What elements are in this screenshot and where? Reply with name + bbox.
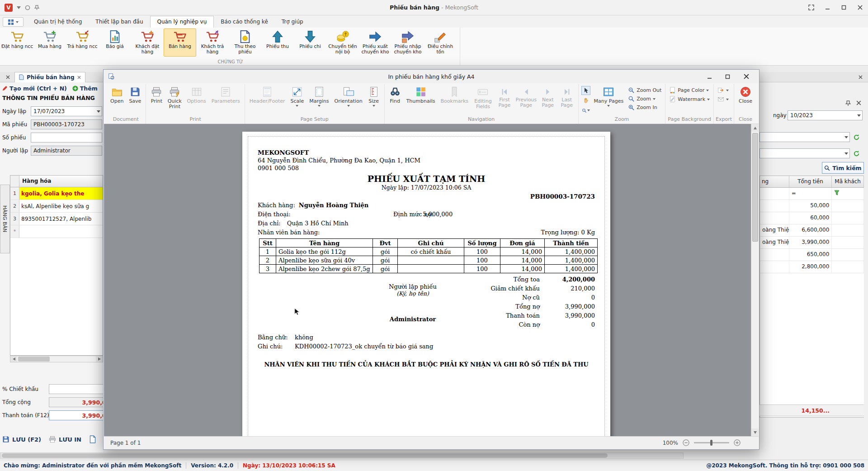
maximize-button[interactable] — [840, 4, 847, 11]
khach-tra-hang-button[interactable]: Khách trả hàng — [196, 29, 229, 57]
header-footer-button[interactable]: Header/Footer — [247, 85, 288, 105]
search-filter-combo-1[interactable] — [760, 132, 850, 142]
ribbon-launcher-button[interactable] — [3, 17, 24, 27]
open-button[interactable]: Open — [108, 85, 126, 105]
margins-button[interactable]: Margins — [307, 85, 331, 108]
bao-gia-button[interactable]: Báo giá — [99, 29, 131, 57]
scroll-down-icon[interactable] — [751, 428, 759, 436]
grid-horizontal-scrollbar[interactable] — [10, 356, 103, 362]
save-print-button[interactable]: LƯU IN — [48, 435, 81, 443]
zoom-button[interactable]: Zoom — [628, 95, 661, 102]
filter-cell[interactable] — [832, 188, 864, 200]
editing-fields-button[interactable]: Editing Fields — [471, 85, 495, 111]
tab-bao-cao-thong-ke[interactable]: Báo cáo thống kê — [214, 16, 274, 28]
table-row[interactable]: oàng Thiện6,600,000 — [760, 224, 864, 237]
close-preview-button[interactable]: Close — [736, 85, 755, 105]
search-filter-combo-2[interactable] — [760, 148, 850, 158]
pin-icon[interactable] — [845, 100, 851, 106]
minimize-button[interactable] — [824, 4, 831, 11]
zoom-out-icon[interactable] — [683, 439, 689, 446]
hand-tool-button[interactable] — [581, 96, 590, 105]
record-icon[interactable] — [25, 5, 30, 10]
dat-hang-ncc-button[interactable]: Đặt hàng ncc — [1, 29, 33, 57]
find-button[interactable]: Find — [387, 85, 404, 105]
search-date-combo[interactable]: 10/2023 — [788, 110, 863, 120]
refresh-icon[interactable] — [852, 149, 861, 158]
thumbnails-button[interactable]: Thumbnails — [404, 85, 438, 105]
size-button[interactable]: Size — [365, 85, 382, 108]
scroll-left-icon[interactable] — [10, 356, 17, 362]
filter-row[interactable]: = — [760, 188, 864, 200]
filter-operator[interactable]: = — [789, 188, 832, 200]
watermark-button[interactable]: Watermark — [669, 96, 710, 103]
fullscreen-icon[interactable] — [807, 4, 815, 11]
table-row-new[interactable]: * — [10, 225, 103, 238]
scrollbar-thumb[interactable] — [2, 453, 608, 458]
many-pages-button[interactable]: Many Pages — [591, 85, 627, 108]
extra-button[interactable] — [89, 435, 97, 443]
export-document-button[interactable] — [717, 87, 729, 94]
thu-theo-phieu-button[interactable]: Thu theo phiếu — [229, 29, 261, 57]
last-page-button[interactable]: Last Page — [557, 85, 576, 109]
column-header[interactable]: Mã khách — [832, 176, 864, 187]
phieu-chi-button[interactable]: Phiếu chi — [294, 29, 326, 57]
khach-dat-hang-button[interactable]: Khách đặt hàng — [131, 29, 164, 57]
scrollbar-thumb[interactable] — [752, 133, 758, 242]
document-number-field[interactable] — [31, 133, 102, 143]
parameters-button[interactable]: Parameters — [209, 85, 243, 105]
side-tab-hang-ban[interactable]: HÀNG BÁN — [0, 185, 10, 253]
close-icon[interactable] — [856, 100, 861, 105]
bookmarks-button[interactable]: Bookmarks — [438, 85, 471, 105]
search-button[interactable]: Tìm kiếm — [822, 162, 864, 174]
column-header[interactable]: Tổng tiền — [789, 176, 832, 187]
table-row[interactable]: 650,000 — [760, 249, 864, 261]
table-row[interactable]: 2,800,000 — [760, 261, 864, 273]
tab-phieu-ban-hang[interactable]: Phiếu bán hàng — [14, 72, 85, 82]
print-button[interactable]: Print — [148, 85, 165, 105]
dialog-minimize-button[interactable] — [706, 73, 713, 80]
table-row[interactable]: 60,000 — [760, 212, 864, 224]
preview-vertical-scrollbar[interactable] — [751, 124, 759, 436]
table-row[interactable]: 50,000 — [760, 200, 864, 212]
refresh-icon[interactable] — [852, 133, 861, 142]
creator-field[interactable]: Administrator — [31, 146, 102, 156]
scale-button[interactable]: Scale — [288, 85, 307, 108]
quick-print-button[interactable]: Quick Print — [165, 85, 184, 111]
tab-quan-ly-nghiep-vu[interactable]: Quản lý nghiệp vụ — [150, 16, 214, 28]
tab-quan-tri-he-thong[interactable]: Quản trị hệ thống — [27, 16, 89, 28]
table-row[interactable]: 1 kgolia, Golia kẹo the — [10, 187, 103, 200]
chuyen-tien-noi-bo-button[interactable]: Chuyển tiền nội bộ — [326, 29, 359, 57]
scrollbar-thumb[interactable] — [18, 357, 50, 362]
phieu-xuat-chuyen-kho-button[interactable]: Phiếu xuất chuyển kho — [359, 29, 392, 57]
dialog-maximize-button[interactable] — [724, 73, 731, 80]
pin-icon[interactable] — [34, 5, 39, 10]
options-button[interactable]: Options — [184, 85, 208, 105]
table-row[interactable]: 2 ksAl, Alpenlibe kẹo sữa g — [10, 200, 103, 213]
previous-page-button[interactable]: Previous Page — [514, 85, 538, 109]
quick-access-caret-icon[interactable] — [17, 6, 21, 9]
phieu-nhap-chuyen-kho-button[interactable]: Phiếu nhập chuyển kho — [392, 29, 424, 57]
scroll-right-icon[interactable] — [96, 356, 103, 362]
page-color-button[interactable]: Page Color — [669, 87, 710, 94]
create-new-button[interactable]: Tạo mới (Ctrl + N) — [2, 85, 67, 92]
mouse-pointer-button[interactable] — [581, 86, 590, 95]
tra-hang-ncc-button[interactable]: Trả hàng ncc — [66, 29, 99, 57]
table-row[interactable]: oàng Thiện3,990,000 — [760, 237, 864, 249]
zoom-slider-knob[interactable] — [710, 440, 712, 446]
document-code-field[interactable]: PBH00003-170723 — [31, 119, 102, 129]
main-horizontal-scrollbar[interactable] — [0, 452, 684, 459]
zoom-in-button[interactable]: Zoom In — [628, 104, 661, 111]
add-button[interactable]: Thêm — [72, 85, 98, 92]
phieu-thu-button[interactable]: Phiếu thu — [261, 29, 294, 57]
close-tab-icon[interactable] — [77, 76, 81, 79]
mua-hang-button[interactable]: Mua hàng — [33, 29, 66, 57]
save-button[interactable]: Save — [126, 85, 144, 105]
dieu-chinh-ton-button[interactable]: Điều chỉnh tồn — [424, 29, 457, 57]
date-created-combo[interactable]: 17/07/2023 — [31, 106, 102, 116]
table-row[interactable]: 3 8935001712527, Alpenlib — [10, 213, 103, 225]
send-email-button[interactable] — [717, 96, 729, 103]
dialog-close-button[interactable] — [743, 73, 750, 80]
tab-thiet-lap-ban-dau[interactable]: Thiết lập ban đầu — [89, 16, 150, 28]
zoom-out-button[interactable]: Zoom Out — [628, 87, 661, 94]
zoom-in-icon[interactable] — [734, 439, 741, 446]
